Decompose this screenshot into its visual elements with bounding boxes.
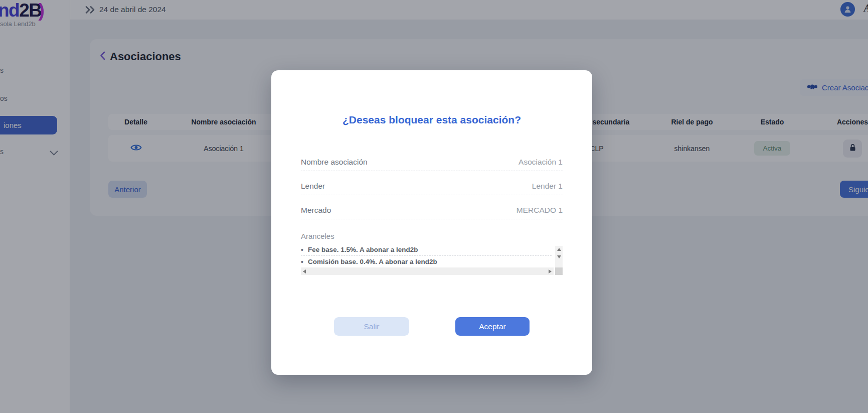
modal-button-row: Salir Aceptar [271, 317, 592, 336]
exit-button[interactable]: Salir [334, 317, 409, 336]
scroll-right-icon[interactable] [549, 269, 552, 273]
arancel-item: • Comisión base. 0.4%. A abonar a lend2b [301, 256, 563, 267]
field-label: Lender [301, 182, 325, 191]
field-value: Asociación 1 [518, 158, 563, 167]
field-nombre-asociacion: Nombre asociación Asociación 1 [301, 158, 563, 171]
scrollbar-corner [555, 267, 563, 275]
field-label: Nombre asociación [301, 158, 368, 167]
arancel-item: • Fee base. 1.5%. A abonar a lend2b [301, 244, 563, 255]
arancel-text: Fee base. 1.5%. A abonar a lend2b [308, 246, 418, 253]
app-screen: nd2B) sola Lend2b s os iones s 24 de abr… [0, 0, 868, 413]
field-label: Mercado [301, 206, 331, 215]
modal-title: ¿Deseas bloquear esta asociación? [271, 114, 592, 126]
scroll-down-icon[interactable] [557, 255, 561, 258]
field-value: MERCADO 1 [516, 206, 563, 215]
bullet-icon: • [301, 246, 303, 254]
accept-button[interactable]: Aceptar [455, 317, 530, 336]
vertical-scrollbar[interactable] [555, 246, 563, 267]
block-association-modal: ¿Deseas bloquear esta asociación? Nombre… [271, 70, 592, 375]
bullet-icon: • [301, 258, 303, 266]
aranceles-list: • Fee base. 1.5%. A abonar a lend2b • Co… [301, 244, 563, 275]
scroll-up-icon[interactable] [557, 248, 561, 251]
field-value: Lender 1 [532, 182, 563, 191]
scroll-left-icon[interactable] [303, 269, 306, 273]
arancel-text: Comisión base. 0.4%. A abonar a lend2b [308, 258, 437, 265]
modal-fields: Nombre asociación Asociación 1 Lender Le… [301, 158, 563, 219]
field-mercado: Mercado MERCADO 1 [301, 206, 563, 219]
field-lender: Lender Lender 1 [301, 182, 563, 195]
aranceles-label: Aranceles [301, 232, 563, 240]
horizontal-scrollbar[interactable] [301, 267, 554, 275]
